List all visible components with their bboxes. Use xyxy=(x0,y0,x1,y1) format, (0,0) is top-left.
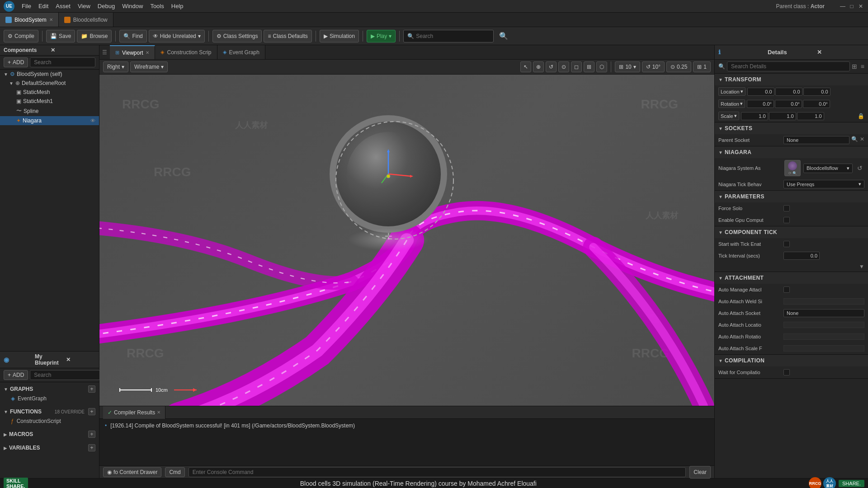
scale-y-input[interactable] xyxy=(769,112,796,120)
tab-bloodcellsflow[interactable]: Bloodcellsflow xyxy=(59,13,113,27)
angle-snap-button[interactable]: ↺ 10° xyxy=(642,61,665,72)
move-tool[interactable]: ⊕ xyxy=(533,61,544,72)
compiler-results-tab[interactable]: ✓ Compiler Results ✕ xyxy=(103,406,165,419)
scale-z-input[interactable] xyxy=(797,112,824,120)
visibility-icon[interactable]: 👁 xyxy=(90,118,95,123)
transform-section-header[interactable]: ▼ TRANSFORM xyxy=(715,74,868,85)
socket-attach-input[interactable]: None xyxy=(783,309,864,317)
toolbar-search-field[interactable]: 🔍 xyxy=(403,30,494,42)
rotation-y-input[interactable] xyxy=(775,100,802,108)
macros-add-btn[interactable]: + xyxy=(88,431,95,438)
tab-close-blood-system[interactable]: ✕ xyxy=(49,17,53,22)
components-search-input[interactable] xyxy=(30,57,95,67)
variables-add-btn[interactable]: + xyxy=(88,444,95,451)
rotation-dropdown[interactable]: Rotation ▾ xyxy=(718,99,745,108)
start-tick-checkbox[interactable] xyxy=(783,241,790,247)
toolbar-search-input[interactable] xyxy=(416,33,490,39)
blueprint-close-btn[interactable]: ✕ xyxy=(66,357,95,363)
parameters-section-header[interactable]: ▼ PARAMETERS xyxy=(715,191,868,202)
save-button[interactable]: 💾 Save xyxy=(46,30,75,42)
details-search-input[interactable] xyxy=(727,61,850,71)
grid-tool[interactable]: ⊞ xyxy=(584,61,594,72)
wait-checkbox[interactable] xyxy=(783,369,790,375)
tree-item-staticmesh1[interactable]: ▣ StaticMesh1 xyxy=(0,97,99,106)
hide-unrelated-button[interactable]: 👁 Hide Unrelated ▾ xyxy=(149,30,205,42)
render-mode-button[interactable]: Wireframe ▾ xyxy=(130,61,168,72)
bp-item-eventgraph[interactable]: ◈ EventGraph xyxy=(0,394,99,403)
niagara-section-header[interactable]: ▼ NIAGARA xyxy=(715,146,868,158)
view-options[interactable]: ⬡ xyxy=(596,61,607,72)
force-solo-checkbox[interactable] xyxy=(783,205,790,211)
compiler-tab-close[interactable]: ✕ xyxy=(157,410,160,415)
location-x-input[interactable] xyxy=(747,88,774,96)
rotate-tool[interactable]: ↺ xyxy=(546,61,557,72)
functions-section-header[interactable]: ▼ FUNCTIONS 18 OVERRIDE + xyxy=(0,407,99,417)
clear-button[interactable]: Clear xyxy=(689,466,711,479)
ns-reset-btn[interactable]: ↺ xyxy=(855,164,864,173)
tree-item-spline[interactable]: 〜 Spline xyxy=(0,106,99,116)
content-drawer-button[interactable]: ◉ fo Content Drawer xyxy=(103,467,161,477)
tree-item-staticmesh[interactable]: ▣ StaticMesh xyxy=(0,88,99,97)
attachment-header[interactable]: ▼ ATTACHMENT xyxy=(715,272,868,284)
macros-section-header[interactable]: ▶ MACROS + xyxy=(0,429,99,439)
menu-file[interactable]: File xyxy=(22,3,31,9)
grid-snap-button[interactable]: ⊞ 10 ▾ xyxy=(615,61,640,72)
auto-manage-checkbox[interactable] xyxy=(783,286,790,293)
parent-socket-input[interactable]: None xyxy=(783,136,849,144)
screen-layout-button[interactable]: ⊞ 1 xyxy=(693,61,711,72)
tab-blood-system[interactable]: BloodSystem ✕ xyxy=(0,13,59,27)
scale-x-input[interactable] xyxy=(741,112,768,120)
compilation-header[interactable]: ▼ COMPILATION xyxy=(715,355,868,366)
max-tool[interactable]: ◻ xyxy=(571,61,582,72)
menu-asset[interactable]: Asset xyxy=(56,3,71,9)
viewport-area[interactable]: RRCG RRCG RRCG RRCG RRCG 人人素材 人人素材 xyxy=(99,75,714,406)
rotation-z-input[interactable] xyxy=(803,100,830,108)
socket-clear-icon[interactable]: ✕ xyxy=(860,136,864,144)
niagara-system-dropdown[interactable]: Bloodcellsflow ▾ xyxy=(803,164,853,173)
graphs-add-btn[interactable]: + xyxy=(88,385,95,393)
scale-dropdown[interactable]: Scale ▾ xyxy=(718,112,739,120)
socket-search-icon[interactable]: 🔍 xyxy=(851,136,858,144)
sockets-section-header[interactable]: ▼ SOCKETS xyxy=(715,122,868,134)
cmd-button[interactable]: Cmd xyxy=(165,467,184,477)
class-defaults-button[interactable]: ≡ Class Defaults xyxy=(264,30,311,42)
find-button[interactable]: 🔍 Find xyxy=(119,30,146,42)
functions-add-btn[interactable]: + xyxy=(88,408,95,415)
details-filter-icon[interactable]: ≡ xyxy=(861,63,864,70)
scale-lock-icon[interactable]: 🔒 xyxy=(858,113,864,119)
compile-button[interactable]: ⚙ Compile xyxy=(4,30,38,42)
menu-help[interactable]: Help xyxy=(171,3,184,9)
tab-viewport[interactable]: ⊞ Viewport ✕ xyxy=(110,45,155,59)
location-dropdown[interactable]: Location ▾ xyxy=(718,87,745,96)
menu-window[interactable]: Window xyxy=(122,3,143,9)
details-close-btn[interactable]: ✕ xyxy=(817,49,864,56)
tree-item-niagara[interactable]: ✦ Niagara 👁 xyxy=(0,116,99,125)
graphs-section-header[interactable]: ▼ GRAPHS + xyxy=(0,384,99,394)
simulation-button[interactable]: ▶ Simulation xyxy=(320,30,359,42)
details-grid-icon[interactable]: ⊞ xyxy=(852,63,857,70)
viewport-tab-close[interactable]: ✕ xyxy=(146,50,149,55)
blueprint-add-button[interactable]: + ADD xyxy=(4,370,28,380)
class-settings-button[interactable]: ⚙ Class Settings xyxy=(212,30,262,42)
viewport-menu-icon[interactable]: ☰ xyxy=(99,45,110,59)
tick-interval-input[interactable] xyxy=(783,252,820,260)
tick-dropdown[interactable]: Use Prereqs ▾ xyxy=(783,180,864,188)
scale-snap-button[interactable]: ⊙ 0.25 xyxy=(666,61,691,72)
view-mode-button[interactable]: Right ▾ xyxy=(103,61,128,72)
component-tick-header[interactable]: ▼ COMPONENT TICK xyxy=(715,226,868,238)
expand-chevron-icon[interactable]: ▼ xyxy=(859,263,864,270)
play-button[interactable]: ▶ Play ▾ xyxy=(367,30,396,42)
gpu-checkbox[interactable] xyxy=(783,217,790,223)
menu-debug[interactable]: Debug xyxy=(98,3,115,9)
cursor-tool[interactable]: ↖ xyxy=(520,61,531,72)
menu-edit[interactable]: Edit xyxy=(38,3,48,9)
browse-button[interactable]: 📁 Browse xyxy=(77,30,112,42)
maximize-icon[interactable]: □ xyxy=(848,3,855,10)
location-y-input[interactable] xyxy=(775,88,802,96)
minimize-icon[interactable]: — xyxy=(839,3,846,10)
bp-item-construction[interactable]: ƒ ConstructionScript xyxy=(0,417,99,426)
tree-item-bloodsystem[interactable]: ▼ ⚙ BloodSystem (self) xyxy=(0,70,99,79)
console-input[interactable] xyxy=(189,467,686,477)
menu-view[interactable]: View xyxy=(78,3,90,9)
components-add-button[interactable]: + ADD xyxy=(4,57,28,67)
